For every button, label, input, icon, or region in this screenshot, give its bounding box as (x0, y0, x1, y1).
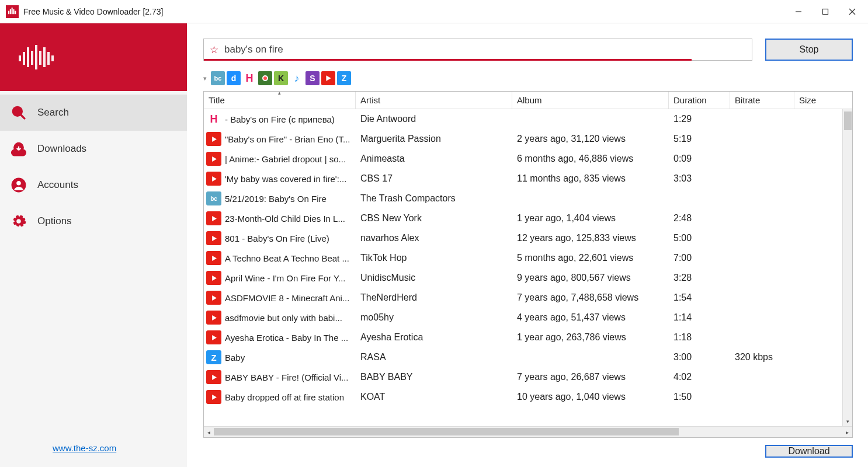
table-row[interactable]: bc5/21/2019: Baby's On FireThe Trash Com… (204, 189, 852, 208)
table-row[interactable]: "Baby's on Fire" - Brian Eno (T...Margue… (204, 129, 852, 149)
horizontal-scrollbar[interactable]: ◂ ▸ (204, 426, 852, 437)
youtube-icon (206, 330, 221, 344)
maximize-button[interactable] (812, 0, 839, 23)
svg-rect-15 (43, 47, 46, 67)
svg-rect-6 (823, 9, 828, 14)
sidebar-item-options[interactable]: Options (0, 203, 187, 239)
vertical-scrollbar[interactable]: ▾ (842, 109, 852, 426)
table-row[interactable]: Baby dropped off at fire stationKOAT10 y… (204, 387, 852, 407)
scroll-left-icon[interactable]: ◂ (204, 427, 214, 437)
cell-artist: RASA (356, 352, 512, 363)
col-duration[interactable]: Duration (669, 92, 730, 109)
brand-banner (0, 23, 187, 91)
source-youtube-icon[interactable] (321, 71, 335, 85)
youtube-icon (206, 291, 221, 305)
footer-link-wrap: www.the-sz.com (0, 443, 187, 467)
cell-duration: 1:14 (669, 312, 730, 323)
sidebar-item-search[interactable]: Search (0, 95, 187, 131)
svg-point-18 (13, 107, 22, 116)
table-row[interactable]: April Wine - I'm On Fire For Y...Unidisc… (204, 268, 852, 288)
svg-line-19 (20, 114, 25, 119)
cell-album: 12 years ago, 125,833 views (512, 233, 669, 243)
minimize-button[interactable] (785, 0, 812, 23)
gear-icon (11, 213, 27, 229)
source-bandcamp-icon[interactable]: bc (211, 71, 225, 85)
svg-rect-3 (13, 9, 14, 13)
sources-dropdown-icon[interactable]: ▾ (203, 75, 207, 82)
source-z-icon[interactable]: Z (337, 71, 351, 85)
svg-point-21 (16, 180, 22, 186)
table-row[interactable]: A Techno Beat A Techno Beat ...TikTok Ho… (204, 248, 852, 268)
table-row[interactable]: 801 - Baby's On Fire (Live)navarhos Alex… (204, 228, 852, 248)
cell-artist: The Trash Compactors (356, 193, 512, 204)
close-button[interactable] (839, 0, 866, 23)
website-link[interactable]: www.the-sz.com (53, 443, 116, 453)
scrollbar-thumb[interactable] (214, 428, 679, 435)
cell-title: 5/21/2019: Baby's On Fire (225, 194, 327, 204)
col-bitrate[interactable]: Bitrate (730, 92, 794, 109)
cell-artist: KOAT (356, 392, 512, 402)
col-album[interactable]: Album (512, 92, 669, 109)
source-note-icon[interactable]: ♪ (290, 71, 304, 85)
search-icon (11, 104, 27, 121)
col-artist[interactable]: Artist (356, 92, 512, 109)
table-row[interactable]: | Anime:- Gabriel dropout | so...Animeas… (204, 149, 852, 169)
stop-button[interactable]: Stop (765, 39, 853, 61)
svg-rect-10 (23, 52, 25, 65)
table-row[interactable]: BABY BABY - Fire! (Official Vi...BABY BA… (204, 367, 852, 387)
source-h-icon[interactable]: H (242, 71, 256, 85)
svg-rect-9 (19, 55, 21, 61)
table-row[interactable]: ASDFMOVIE 8 - Minecraft Ani...TheNerdHer… (204, 288, 852, 308)
cell-artist: TikTok Hop (356, 253, 512, 263)
source-dot-icon[interactable] (258, 71, 272, 85)
results-table: Title▴ Artist Album Duration Bitrate Siz… (203, 91, 853, 438)
search-input[interactable] (224, 39, 746, 60)
table-row[interactable]: H - Baby's on Fire (с припева)Die Antwoo… (204, 109, 852, 129)
svg-rect-1 (10, 9, 11, 13)
sidebar-item-label: Downloads (37, 143, 86, 155)
youtube-icon (206, 251, 221, 265)
table-row[interactable]: asdfmovie but only with babi...mo05hy4 y… (204, 308, 852, 327)
window-title: Free Music & Video Downloader [2.73] (23, 7, 163, 16)
table-body: H - Baby's on Fire (с припева)Die Antwoo… (204, 109, 852, 426)
cell-duration: 5:19 (669, 134, 730, 144)
cell-duration: 3:00 (669, 352, 730, 363)
scrollbar-thumb[interactable] (844, 111, 852, 130)
cell-artist: Animeasta (356, 154, 512, 164)
table-row[interactable]: Ayesha Erotica - Baby In The ...Ayesha E… (204, 327, 852, 347)
download-button[interactable]: Download (765, 445, 853, 458)
cell-artist: Ayesha Erotica (356, 332, 512, 343)
table-row[interactable]: ZBabyRASA3:00320 kbps (204, 347, 852, 367)
source-k-icon[interactable]: K (274, 71, 288, 85)
svg-rect-0 (8, 11, 9, 14)
cell-duration: 1:50 (669, 392, 730, 402)
cell-album: 7 years ago, 7,488,658 views (512, 292, 669, 303)
col-size[interactable]: Size (794, 92, 852, 109)
col-title[interactable]: Title▴ (204, 92, 356, 109)
table-row[interactable]: 'My baby was covered in fire':...CBS 171… (204, 169, 852, 189)
sidebar-item-label: Options (37, 215, 72, 227)
table-row[interactable]: 23-Month-Old Child Dies In L...CBS New Y… (204, 208, 852, 228)
cell-duration: 3:28 (669, 273, 730, 283)
source-s-icon[interactable]: S (305, 71, 320, 85)
scroll-right-icon[interactable]: ▸ (842, 427, 852, 437)
app-icon (6, 5, 19, 18)
cell-album: 11 months ago, 835 views (512, 173, 669, 184)
star-icon[interactable]: ☆ (210, 44, 218, 56)
nav: Search Downloads Accounts Options (0, 91, 187, 239)
table-header: Title▴ Artist Album Duration Bitrate Siz… (204, 92, 852, 109)
cell-title: 'My baby was covered in fire':... (225, 174, 346, 184)
search-box[interactable]: ☆ (203, 39, 752, 61)
search-progress (204, 59, 692, 61)
cell-title: "Baby's on Fire" - Brian Eno (T... (225, 134, 350, 144)
z-source-icon: Z (206, 350, 221, 364)
svg-rect-13 (35, 45, 37, 69)
download-icon (11, 141, 27, 157)
source-d-icon[interactable]: d (227, 71, 241, 85)
cell-title: Baby dropped off at fire station (225, 392, 344, 402)
sidebar-item-accounts[interactable]: Accounts (0, 167, 187, 203)
cell-title: BABY BABY - Fire! (Official Vi... (225, 372, 348, 382)
scroll-down-icon[interactable]: ▾ (843, 416, 852, 426)
cell-artist: UnidiscMusic (356, 273, 512, 283)
sidebar-item-downloads[interactable]: Downloads (0, 131, 187, 167)
